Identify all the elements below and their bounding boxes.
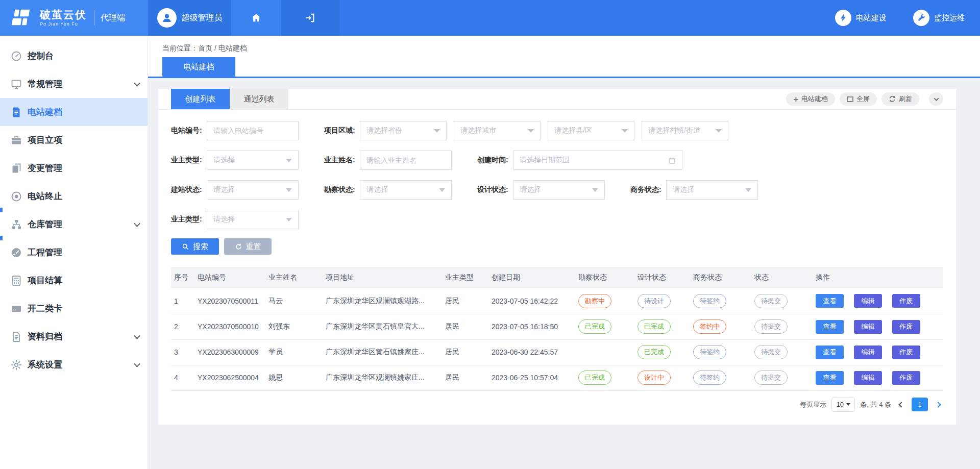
design-status-badge: 设计中	[638, 371, 671, 385]
sidebar-item-warehouse-mgmt[interactable]: 仓库管理	[0, 210, 148, 238]
view-button[interactable]: 查看	[816, 345, 844, 359]
sidebar-item-system-settings[interactable]: 系统设置	[0, 351, 148, 379]
sidebar-item-station-terminate[interactable]: 电站终止	[0, 182, 148, 210]
briefcase-icon	[10, 134, 22, 146]
edit-button[interactable]: 编辑	[854, 345, 882, 359]
chevron-down-icon	[134, 332, 140, 339]
topbar-spacer	[339, 0, 835, 36]
breadcrumb-home-link[interactable]: 首页	[198, 44, 212, 52]
reset-button[interactable]: 重置	[224, 238, 272, 255]
reset-label: 重置	[246, 242, 261, 252]
cell-owner-type: 居民	[442, 288, 488, 314]
fullscreen-button[interactable]: 全屏	[840, 92, 877, 106]
user-menu[interactable]: 超级管理员	[148, 0, 231, 36]
content: 当前位置：首页 / 电站建档 电站建档 创建列表 通过列表 电站建档	[148, 36, 980, 469]
town-select[interactable]: 请选择村镇/街道	[642, 121, 728, 140]
sidebar-item-label: 仓库管理	[28, 218, 62, 230]
tab-passed-list[interactable]: 通过列表	[230, 89, 288, 109]
home-button[interactable]	[231, 0, 281, 36]
tab-create-list[interactable]: 创建列表	[171, 89, 230, 109]
county-select[interactable]: 请选择县/区	[548, 121, 634, 140]
col-owner-name: 业主姓名	[265, 267, 323, 288]
caret-down-icon	[622, 129, 628, 133]
caret-down-icon	[846, 403, 850, 406]
status-badge: 待提交	[754, 345, 788, 359]
chevron-down-icon	[934, 96, 939, 101]
search-button[interactable]: 搜索	[171, 238, 219, 255]
filter-label-owner-type: 业主类型:	[171, 156, 207, 165]
logout-button[interactable]	[281, 0, 339, 36]
cell-station-code: YX2023063000009	[194, 339, 265, 365]
sidebar-item-general-mgmt[interactable]: 常规管理	[0, 70, 148, 98]
view-button[interactable]: 查看	[816, 294, 844, 308]
sidebar-item-engineering-mgmt[interactable]: 工程管理	[0, 238, 148, 266]
void-button[interactable]: 作废	[892, 371, 920, 385]
sidebar-item-project-initiation[interactable]: 项目立项	[0, 126, 148, 154]
filter-label-design-status: 设计状态:	[477, 185, 513, 194]
pagination-page-1[interactable]: 1	[912, 398, 928, 411]
date-range-picker[interactable]: 请选择日期范围	[513, 151, 682, 170]
col-business-status: 商务状态	[690, 267, 751, 288]
per-page-select[interactable]: 10	[831, 398, 855, 412]
owner-type-select[interactable]: 请选择	[207, 151, 299, 170]
edit-button[interactable]: 编辑	[854, 294, 882, 308]
breadcrumb-prefix: 当前位置：	[162, 44, 198, 52]
avatar	[157, 8, 177, 28]
nav-station-build-label: 电站建设	[856, 13, 887, 23]
caret-down-icon	[434, 129, 440, 133]
business-status-select[interactable]: 请选择	[666, 180, 758, 200]
edit-button[interactable]: 编辑	[854, 371, 882, 385]
refresh-button[interactable]: 刷新	[881, 92, 919, 106]
logo-subtitle: Po Jian Yun Fu	[40, 22, 87, 27]
cell-created: 2023-06-25 10:57:04	[488, 365, 575, 390]
create-station-button[interactable]: 电站建档	[786, 92, 835, 106]
caret-down-icon	[286, 218, 292, 221]
owner-type-select-2[interactable]: 请选择	[207, 210, 299, 229]
sidebar-item-station-archive[interactable]: 电站建档	[0, 98, 148, 126]
sidebar-item-label: 常规管理	[28, 78, 62, 90]
sidebar-item-data-archive[interactable]: 资料归档	[0, 323, 148, 351]
col-design-status: 设计状态	[634, 267, 690, 288]
nav-monitor-ops[interactable]: 监控运维	[913, 10, 965, 26]
filter-label-survey-status: 勘察状态:	[324, 185, 360, 194]
chevron-down-icon	[134, 360, 140, 367]
void-button[interactable]: 作废	[892, 320, 920, 334]
create-station-label: 电站建档	[801, 94, 828, 104]
edit-button[interactable]: 编辑	[854, 320, 882, 334]
station-code-input[interactable]	[207, 121, 299, 140]
city-select[interactable]: 请选择城市	[454, 121, 541, 140]
survey-status-select[interactable]: 请选择	[360, 180, 452, 200]
view-button[interactable]: 查看	[816, 371, 844, 385]
user-name: 超级管理员	[182, 13, 223, 23]
design-status-badge: 待设计	[638, 294, 671, 308]
nav-station-build[interactable]: 电站建设	[835, 10, 887, 26]
breadcrumb-separator: /	[214, 44, 216, 52]
cell-owner-type: 居民	[442, 365, 488, 390]
nav-monitor-ops-label: 监控运维	[934, 13, 965, 23]
chevron-right-icon	[935, 402, 941, 407]
build-status-select[interactable]: 请选择	[207, 180, 299, 200]
view-button[interactable]: 查看	[816, 320, 844, 334]
sidebar-item-label: 电站建档	[28, 106, 62, 118]
sidebar-item-project-settlement[interactable]: 项目结算	[0, 266, 148, 294]
collapse-toolbar-button[interactable]	[929, 92, 943, 106]
logo-block: 破茧云伏 Po Jian Yun Fu 代理端	[0, 0, 148, 36]
page-tab-station-archive[interactable]: 电站建档	[162, 57, 235, 77]
col-address: 项目地址	[323, 267, 442, 288]
void-button[interactable]: 作废	[892, 345, 920, 359]
chevron-left-icon	[898, 402, 904, 407]
design-status-select[interactable]: 请选择	[513, 180, 605, 200]
dashboard-icon	[10, 50, 22, 62]
void-button[interactable]: 作废	[892, 294, 920, 308]
search-label: 搜索	[193, 242, 208, 252]
owner-name-input[interactable]	[360, 151, 452, 170]
sidebar-item-open-type2-card[interactable]: 开二类卡	[0, 294, 148, 323]
pagination-next-button[interactable]	[933, 398, 943, 411]
sidebar-item-change-mgmt[interactable]: 变更管理	[0, 154, 148, 182]
pagination-prev-button[interactable]	[896, 398, 906, 411]
sidebar-item-console[interactable]: 控制台	[0, 42, 148, 70]
cell-station-code: YX2023070500011	[194, 288, 265, 314]
table-row: 1 YX2023070500011 马云 广东深圳龙华区观澜镇观湖路... 居民…	[171, 288, 943, 314]
cell-owner-name: 马云	[265, 288, 323, 314]
province-select[interactable]: 请选择省份	[360, 121, 447, 140]
